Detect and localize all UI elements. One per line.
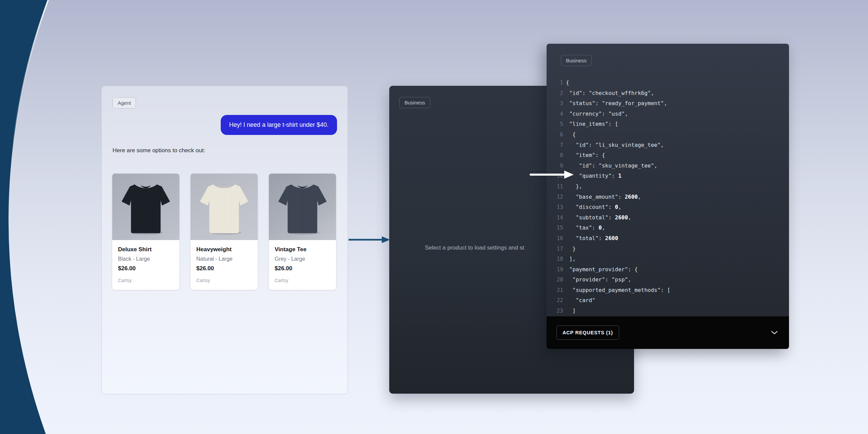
line-number: 8 — [551, 150, 563, 161]
checkout-json-panel: Business 1 { 2 "id": "checkout_wffhrk6g"… — [547, 44, 789, 349]
product-card-info: Vintage Tee Grey - Large $26.00 Cartsy — [269, 240, 336, 290]
agent-chat-panel: Agent Hey! I need a large t-shirt under … — [101, 86, 348, 394]
line-content: "subtotal": 2600, — [566, 213, 631, 223]
user-message-bubble: Hey! I need a large t-shirt under $40. — [221, 115, 337, 135]
line-content: { — [566, 78, 569, 88]
line-content: "payment_provider": { — [566, 264, 638, 275]
line-number: 1 — [551, 78, 563, 88]
screenshot-stage: Agent Hey! I need a large t-shirt under … — [0, 0, 868, 434]
line-number: 4 — [551, 109, 563, 119]
product-variant: Grey - Large — [275, 256, 330, 262]
line-number: 21 — [551, 285, 563, 296]
line-content: "provider": "psp", — [566, 275, 631, 285]
line-content: "line_items": [ — [566, 119, 618, 130]
line-content: "base_amount": 2600, — [566, 192, 641, 202]
line-content: "item": { — [566, 150, 605, 161]
product-card-info: Deluxe Shirt Black - Large $26.00 Cartsy — [112, 240, 179, 290]
business-empty-state-text: Select a product to load settings and st — [425, 244, 524, 251]
code-line: 16 "total": 2600 — [547, 233, 789, 244]
code-line: 7 "id": "li_sku_vintage_tee", — [547, 140, 789, 151]
arrow-right-icon — [348, 235, 391, 244]
product-variant: Natural - Large — [196, 256, 252, 262]
line-content: "discount": 0, — [566, 202, 622, 213]
line-number: 14 — [551, 213, 563, 223]
product-image-tshirt — [191, 174, 258, 240]
code-line: 5 "line_items": [ — [547, 119, 789, 130]
line-number: 11 — [551, 181, 563, 192]
product-card-list: Deluxe Shirt Black - Large $26.00 Cartsy — [112, 174, 336, 290]
line-number: 22 — [551, 295, 563, 306]
product-image-tshirt — [269, 174, 336, 240]
product-title: Vintage Tee — [275, 246, 330, 253]
code-line: 18 ], — [547, 254, 789, 264]
code-line: 3 "status": "ready_for_payment", — [547, 98, 789, 109]
assistant-message: Here are some options to check out: — [113, 147, 205, 154]
business-badge: Business — [561, 55, 592, 66]
line-content: "id": "li_sku_vintage_tee", — [566, 140, 664, 151]
code-line: 9 "id": "sku_vintage_tee", — [547, 161, 789, 171]
line-number: 16 — [551, 233, 563, 244]
line-number: 17 — [551, 244, 563, 254]
product-price: $26.00 — [118, 265, 174, 272]
code-line: 8 "item": { — [547, 150, 789, 161]
agent-badge: Agent — [113, 97, 136, 108]
product-card[interactable]: Vintage Tee Grey - Large $26.00 Cartsy — [269, 174, 336, 290]
product-image-tshirt — [112, 174, 179, 240]
line-content: }, — [566, 181, 582, 192]
line-number: 18 — [551, 254, 563, 264]
code-line: 19 "payment_provider": { — [547, 264, 789, 275]
product-brand: Cartsy — [196, 278, 252, 283]
line-number: 15 — [551, 223, 563, 233]
line-content: ] — [566, 306, 576, 316]
code-line: 20 "provider": "psp", — [547, 275, 789, 285]
product-brand: Cartsy — [118, 278, 174, 283]
code-line: 13 "discount": 0, — [547, 202, 789, 213]
code-line: 15 "tax": 0, — [547, 223, 789, 233]
code-line: 12 "base_amount": 2600, — [547, 192, 789, 202]
line-number: 19 — [551, 264, 563, 275]
code-line: 22 "card" — [547, 295, 789, 306]
line-content: "currency": "usd", — [566, 109, 628, 119]
line-content: "id": "sku_vintage_tee", — [566, 161, 657, 171]
line-number: 3 — [551, 98, 563, 109]
arrow-right-icon — [529, 170, 575, 180]
line-content: "total": 2600 — [566, 233, 618, 244]
code-line: 4 "currency": "usd", — [547, 109, 789, 119]
product-card-info: Heavyweight Natural - Large $26.00 Carts… — [191, 240, 258, 290]
line-number: 6 — [551, 130, 563, 140]
product-title: Heavyweight — [196, 246, 252, 253]
line-number: 7 — [551, 140, 563, 151]
line-content: } — [566, 244, 576, 254]
line-number: 2 — [551, 88, 563, 99]
chevron-down-icon[interactable] — [771, 331, 778, 335]
line-content: "id": "checkout_wffhrk6g", — [566, 88, 654, 99]
line-content: "status": "ready_for_payment", — [566, 98, 667, 109]
code-line: 14 "subtotal": 2600, — [547, 213, 789, 223]
code-line: 11 }, — [547, 181, 789, 192]
line-content: "card" — [566, 295, 595, 306]
product-price: $26.00 — [275, 265, 330, 272]
line-number: 5 — [551, 119, 563, 130]
product-card[interactable]: Deluxe Shirt Black - Large $26.00 Cartsy — [112, 174, 179, 290]
line-number: 23 — [551, 306, 563, 316]
product-variant: Black - Large — [118, 256, 174, 262]
business-badge: Business — [399, 97, 430, 108]
acp-requests-button[interactable]: ACP REQUESTS (1) — [556, 326, 619, 340]
line-content: ], — [566, 254, 576, 264]
code-line: 2 "id": "checkout_wffhrk6g", — [547, 88, 789, 99]
product-title: Deluxe Shirt — [118, 246, 174, 253]
code-line: 6 { — [547, 130, 789, 140]
json-code-viewer: 1 { 2 "id": "checkout_wffhrk6g", 3 "stat… — [547, 78, 789, 316]
line-content: "supported_payment_methods": [ — [566, 285, 670, 296]
line-number: 12 — [551, 192, 563, 202]
code-line: 1 { — [547, 78, 789, 88]
line-number: 13 — [551, 202, 563, 213]
line-number: 20 — [551, 275, 563, 285]
code-line: 17 } — [547, 244, 789, 254]
line-content: "tax": 0, — [566, 223, 605, 233]
acp-requests-bar: ACP REQUESTS (1) — [547, 316, 789, 349]
code-line: 10 "quantity": 1 — [547, 171, 789, 181]
product-card[interactable]: Heavyweight Natural - Large $26.00 Carts… — [191, 174, 258, 290]
product-brand: Cartsy — [275, 278, 330, 283]
line-content: { — [566, 130, 576, 140]
